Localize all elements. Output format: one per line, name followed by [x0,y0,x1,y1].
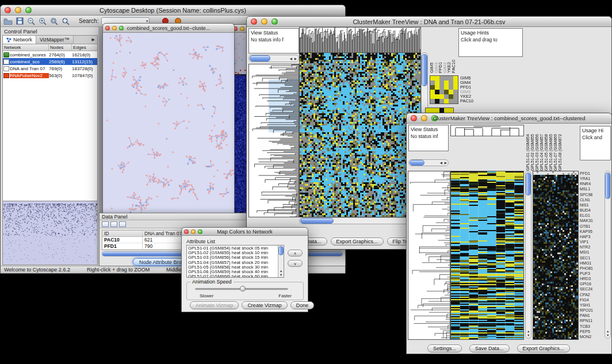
attribute-list-vscrollbar[interactable]: ▲ ▼ [278,246,284,277]
tv2-heatmap[interactable] [450,171,524,340]
main-titlebar[interactable]: Cytoscape Desktop (Session Name: collins… [1,5,345,16]
column-network[interactable]: Network [3,44,49,51]
gene-label[interactable]: GTB1 [580,224,604,229]
move-up-button[interactable]: ∧ [288,250,303,256]
attribute-select-icon[interactable] [110,221,117,227]
scroll-down-icon[interactable]: ▼ [606,334,609,338]
tv1-hscrollbar[interactable]: ◀ ▶ [299,217,421,224]
gene-label[interactable]: HAP3 [580,234,604,239]
gene-label[interactable]: RPN11 [580,318,604,323]
minimize-icon[interactable] [112,26,117,30]
animation-speed-slider[interactable] [195,286,288,292]
gene-label[interactable]: MSL1 [580,186,604,191]
gene-label[interactable]: HMG1 [580,260,604,266]
close-icon[interactable] [251,18,257,25]
export-graphics-button[interactable]: Export Graphics... [517,344,570,352]
scroll-right-icon[interactable]: ▶ [294,58,297,61]
tv2-status-hscrollbar[interactable]: ◀ ▶ [408,159,449,166]
scrollbar-thumb[interactable] [278,246,284,255]
scroll-left-icon[interactable]: ◀ [290,58,292,61]
tv2-labels-vscrollbar[interactable]: ▲ ▼ [605,171,611,339]
save-session-icon[interactable] [14,17,25,26]
column-label[interactable]: GPL51-08 (GSM872 [558,125,563,171]
settings-button[interactable]: Settings... [427,344,462,352]
scrollbar-thumb[interactable] [250,55,270,62]
tv2-summary-heatmap[interactable] [533,171,579,340]
scrollbar-thumb[interactable] [422,54,427,86]
gene-label[interactable]: FIG4 [580,297,604,302]
gene-label[interactable]: PEP5 [580,329,604,334]
tv1-titlebar[interactable]: ClusterMaker TreeView : DNA and Tran 07-… [247,17,611,27]
column-label[interactable]: PAC10 [452,27,456,73]
scroll-down-icon[interactable]: ▼ [280,274,282,277]
attribute-item[interactable]: GPL51-01 (GSM854) heat shock 05 min [187,246,278,251]
column-id[interactable]: ID [102,231,143,236]
column-label[interactable]: GPL51-07 (GSM869 [553,125,558,171]
dialog-titlebar[interactable]: Map Colors to Network [182,228,308,236]
save-data-button[interactable]: Save Data... [469,344,510,352]
gene-label[interactable]: RNR4 [580,181,604,186]
tv2-row-dendrogram[interactable] [408,171,450,340]
column-label[interactable]: GPL51-06 (GSM865 [549,125,553,171]
attribute-item[interactable]: GPL51-07 (GSM868) heat shock 60 min [187,274,278,278]
column-label[interactable]: GPL51-01 (GSM854 [526,125,530,171]
network-row[interactable]: combined_sco2569(6)13112(15) [3,58,97,65]
zoom-fit-icon[interactable] [60,17,71,26]
network-row[interactable]: DNA and Tran 07769(0)183728(0) [3,65,97,72]
export-graphics-button[interactable]: Export Graphics... [331,237,384,246]
tab-network[interactable]: Network [3,36,36,44]
gene-label[interactable]: HRD3 [580,276,604,281]
attribute-table-icon[interactable] [102,221,109,227]
scroll-up-icon[interactable]: ▲ [280,270,282,273]
attribute-list[interactable]: GPL51-01 (GSM854) heat shock 05 minGPL51… [186,245,284,278]
tv2-column-dendrogram[interactable] [450,125,524,136]
gene-label[interactable]: SEC1 [580,255,604,260]
scrollbar-thumb[interactable] [605,173,610,199]
column-label[interactable]: GPL51-04 (GSM857 [540,125,544,171]
gene-label[interactable]: RPO21 [580,308,604,313]
animate-vizmap-button[interactable]: Animate Vizmap [190,301,239,309]
gene-label[interactable]: GPI16 [580,281,604,286]
gene-label[interactable]: MAK31 [580,218,604,223]
move-down-button[interactable]: ∨ [288,260,303,267]
gene-label[interactable]: CLN1 [580,197,604,202]
gene-label[interactable]: BUD4 [580,208,604,213]
attribute-item[interactable]: GPL51-03 (GSM856) heat shock 15 min [187,255,278,260]
tv1-column-dendrogram[interactable] [299,27,421,53]
open-session-icon[interactable] [3,17,13,26]
tab-vizmapper[interactable]: VizMapper™ [36,36,74,44]
gene-label[interactable]: PAN1 [580,313,604,318]
attribute-item[interactable]: GPL51-02 (GSM855) heat shock 10 min [187,251,278,255]
gene-label[interactable]: MON2 [580,334,604,339]
gene-label[interactable]: KAP95 [580,229,604,234]
scroll-right-icon[interactable]: ▶ [445,162,447,165]
zoom-in-icon[interactable] [37,17,48,26]
gene-label[interactable]: SEC24 [580,286,604,292]
gene-label[interactable]: PHO81 [580,266,604,271]
scroll-left-icon[interactable]: ◀ [440,162,442,165]
network-row[interactable]: RNAPuberNov2563(0)107847(0) [3,72,97,79]
gene-label[interactable]: YSH1 [580,302,604,308]
tv1-heatmap[interactable] [299,52,421,217]
column-label[interactable]: GPL51-05 (GSM858 [544,125,549,171]
column-label[interactable]: GPL51-03 (GSM856 [535,125,540,171]
network-window-titlebar[interactable]: combined_scores_good.txt--cluste... [103,24,234,33]
column-label[interactable]: GPL51-02 (GSM855 [530,125,535,171]
zoom-selected-icon[interactable] [49,17,59,26]
gene-label[interactable]: ELG1 [580,213,604,218]
minimize-icon[interactable] [240,26,244,31]
tv2-vscrollbar[interactable]: ▲ ▼ [525,171,531,339]
network-row[interactable]: combined_scores2764(0)16218(0) [3,51,97,58]
birdseye-view[interactable] [3,201,97,265]
scrollbar-thumb[interactable] [526,173,531,196]
tv1-zoom-heatmap[interactable] [430,75,458,104]
close-icon[interactable] [5,7,11,13]
gene-label[interactable]: VIP1 [580,239,604,244]
gene-label[interactable]: NIS1 [580,202,604,208]
scroll-down-icon[interactable]: ▼ [527,334,530,338]
scrollbar-thumb[interactable] [410,160,424,166]
attribute-item[interactable]: GPL51-04 (GSM857) heat shock 20 min [187,260,278,265]
close-icon[interactable] [184,229,189,234]
scroll-up-icon[interactable]: ▲ [527,330,530,334]
create-vizmap-button[interactable]: Create Vizmap [242,301,287,309]
